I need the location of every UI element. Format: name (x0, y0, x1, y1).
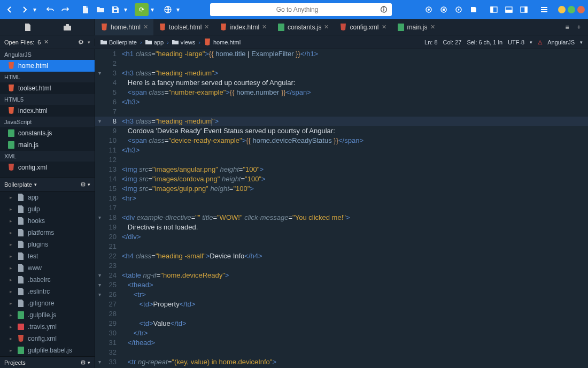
tree-item-www[interactable]: ▸www (0, 262, 95, 274)
globe-button[interactable] (161, 3, 174, 16)
tree-item--travis-yml[interactable]: ▸.travis.yml (0, 321, 95, 333)
nav-back-button[interactable] (3, 3, 16, 16)
code-line[interactable]: 27 <td>Property</td> (95, 300, 588, 309)
code-content[interactable]: Here is a fancy number served up courtes… (122, 78, 295, 88)
code-line[interactable]: 6</h3> (95, 97, 588, 107)
code-line[interactable]: 32 (95, 348, 588, 357)
code-line[interactable]: 28 (95, 309, 588, 319)
tab-home-html[interactable]: home.html✕ (95, 19, 153, 35)
breadcrumb[interactable]: Boilerplate›app›views›home.html (95, 39, 241, 46)
sidebar-item-home-html[interactable]: home.html (0, 60, 95, 72)
code-content[interactable]: </h3> (122, 97, 140, 107)
code-content[interactable]: <h4 class="heading -small">Device Info</… (122, 251, 262, 261)
tab-main-js[interactable]: main.js✕ (392, 19, 440, 35)
code-line[interactable]: 5 <span class="number-example">{{ home.n… (95, 88, 588, 97)
code-content[interactable]: <tr ng-repeat="(key, value) in home.devi… (122, 357, 276, 367)
code-content[interactable]: <h3 class="heading -medium"> (122, 117, 219, 126)
projects-footer[interactable]: Projects ⚙ ▾ (0, 356, 95, 368)
tree-item--gitignore[interactable]: ▸.gitignore (0, 297, 95, 309)
tree-expand-icon[interactable]: ▸ (10, 336, 14, 341)
code-line[interactable]: 19 Directive is not loaded. (95, 223, 588, 232)
save-button[interactable] (109, 3, 122, 16)
tree-item-config-xml[interactable]: ▸config.xml (0, 333, 95, 344)
code-line[interactable]: 31 </thead> (95, 338, 588, 348)
breadcrumb-item[interactable]: Boilerplate (100, 39, 137, 45)
code-content[interactable]: <span class="number-example">{{ home.num… (122, 88, 311, 97)
tree-item-test[interactable]: ▸test (0, 250, 95, 262)
macro-save-button[interactable] (467, 3, 480, 16)
tree-expand-icon[interactable]: ▸ (10, 265, 14, 271)
code-line[interactable]: ▾26 <tr> (95, 290, 588, 300)
code-line[interactable]: 11</h3> (95, 145, 588, 155)
breadcrumb-item[interactable]: home.html (204, 39, 241, 46)
tree-expand-icon[interactable]: ▸ (10, 242, 14, 247)
tree-expand-icon[interactable]: ▸ (10, 218, 14, 224)
toolbox-icon[interactable] (64, 24, 71, 31)
new-file-button[interactable] (79, 3, 92, 16)
status-lang[interactable]: AngularJS (547, 39, 575, 45)
code-content[interactable]: <thead> (122, 280, 153, 290)
status-enc[interactable]: UTF-8 (508, 39, 524, 45)
code-content[interactable]: Cordova 'Device Ready' Event Status serv… (122, 126, 335, 136)
tab-close-icon[interactable]: ✕ (324, 24, 329, 30)
code-content[interactable]: </div> (122, 232, 141, 242)
tree-expand-icon[interactable]: ▸ (10, 206, 14, 212)
tree-item-gulpfile-babel-js[interactable]: ▸gulpfile.babel.js (0, 344, 95, 356)
code-line[interactable]: 12 (95, 155, 588, 165)
code-line[interactable]: 20</div> (95, 232, 588, 242)
tab-list-button[interactable]: ≡ (563, 24, 571, 31)
code-content[interactable]: </h3> (122, 145, 140, 155)
code-content[interactable]: <table ng-if="home.deviceReady"> (122, 271, 229, 280)
fold-toggle[interactable]: ▾ (95, 68, 104, 78)
tree-item--eslintrc[interactable]: ▸.eslintrc (0, 286, 95, 297)
code-line[interactable]: 17 (95, 203, 588, 213)
code-line[interactable]: 30 </tr> (95, 328, 588, 338)
breadcrumb-item[interactable]: views (172, 39, 196, 45)
status-sel[interactable]: Sel: 6 ch, 1 ln (467, 39, 502, 45)
code-line[interactable]: 10 <span class="device-ready-example">{{… (95, 136, 588, 145)
code-line[interactable]: ▾24<table ng-if="home.deviceReady"> (95, 271, 588, 280)
breadcrumb-item[interactable]: app (145, 39, 164, 45)
code-line[interactable]: ▾8<h3 class="heading -medium"> (95, 117, 588, 126)
tree-item--babelrc[interactable]: ▸.babelrc (0, 274, 95, 286)
tree-item-app[interactable]: ▸app (0, 191, 95, 203)
gear-icon[interactable]: ⚙ (77, 39, 84, 46)
code-content[interactable]: <td>Property</td> (122, 300, 195, 309)
code-line[interactable]: 14<img src="images/cordova.png" height="… (95, 174, 588, 184)
tree-expand-icon[interactable]: ▸ (10, 348, 14, 353)
code-content[interactable]: <img src="images/cordova.png" height="10… (122, 174, 266, 184)
gear-icon[interactable]: ⚙ (79, 359, 87, 366)
code-content[interactable]: <img src="images/gulp.png" height="100"> (122, 184, 254, 194)
fold-toggle[interactable]: ▾ (95, 213, 104, 223)
code-content[interactable]: Directive is not loaded. (122, 223, 198, 232)
page-icon[interactable] (24, 24, 32, 31)
tree-expand-icon[interactable]: ▸ (10, 324, 14, 329)
fold-toggle[interactable]: ▾ (95, 290, 104, 300)
gear-icon[interactable]: ⚙ (79, 181, 87, 188)
tree-item--gulpfile-js[interactable]: ▸.gulpfile.js (0, 309, 95, 321)
nav-forward-button[interactable] (18, 3, 31, 16)
tab-close-icon[interactable]: ✕ (382, 24, 386, 30)
code-line[interactable]: 9 Cordova 'Device Ready' Event Status se… (95, 126, 588, 136)
macro-record-button[interactable] (422, 3, 435, 16)
code-content[interactable]: <div example-directive="" title="WOW!" c… (122, 213, 350, 223)
tab-constants-js[interactable]: constants.js✕ (272, 19, 334, 35)
tab-close-icon[interactable]: ✕ (204, 24, 209, 30)
code-content[interactable]: <img src="images/angular.png" height="10… (122, 165, 264, 174)
menu-button[interactable] (538, 3, 551, 16)
code-line[interactable]: 2 (95, 59, 588, 68)
code-content[interactable]: </thead> (122, 338, 155, 348)
panel-left-button[interactable] (488, 3, 500, 16)
code-content[interactable]: <td>Value</td> (122, 319, 186, 328)
code-content[interactable]: <h3 class="heading -medium"> (122, 68, 218, 78)
code-line[interactable]: 21 (95, 242, 588, 251)
code-editor[interactable]: 1<h1 class="heading -large">{{ home.titl… (95, 49, 588, 368)
fold-toggle[interactable]: ▾ (95, 280, 104, 290)
panel-bottom-button[interactable] (502, 3, 515, 16)
window-maximize-button[interactable] (568, 6, 575, 13)
sidebar-item-config-xml[interactable]: config.xml (0, 162, 95, 173)
panel-right-button[interactable] (517, 3, 530, 16)
tree-item-hooks[interactable]: ▸hooks (0, 215, 95, 227)
macro-play-button[interactable] (452, 3, 465, 16)
code-content[interactable]: <hr> (122, 194, 136, 203)
